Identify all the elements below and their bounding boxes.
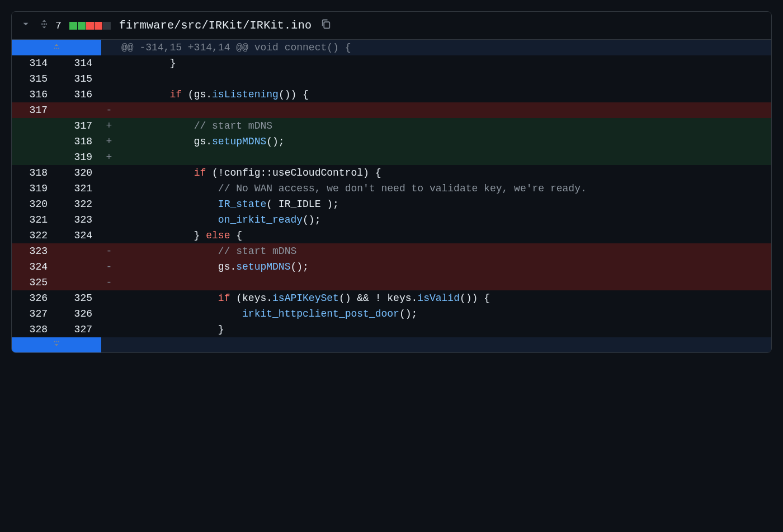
line-number-new[interactable]: 317: [56, 118, 101, 134]
expand-up-button[interactable]: [12, 40, 101, 55]
line-number-old[interactable]: 316: [12, 87, 56, 102]
line-number-new[interactable]: [56, 243, 101, 259]
code-cell: // start mDNS: [117, 118, 771, 134]
diff-marker: -: [101, 275, 117, 290]
code-cell: IR_state( IR_IDLE );: [117, 196, 771, 212]
line-number-new[interactable]: 320: [56, 165, 101, 181]
diff-marker: [101, 196, 117, 212]
svg-point-1: [41, 23, 43, 25]
line-number-old[interactable]: 327: [12, 306, 56, 322]
code-cell: // No WAN access, we don't need to valid…: [117, 181, 771, 196]
svg-point-9: [58, 341, 59, 342]
line-number-old[interactable]: 319: [12, 181, 56, 196]
diff-marker: +: [101, 134, 117, 149]
diff-line: 327326 irkit_httpclient_post_door();: [12, 306, 771, 322]
line-number-new[interactable]: 321: [56, 181, 101, 196]
collapse-toggle[interactable]: [21, 19, 31, 32]
diff-line-count: 7: [55, 20, 62, 31]
file-path[interactable]: firmware/src/IRKit/IRKit.ino: [119, 19, 312, 32]
line-number-old[interactable]: 326: [12, 290, 56, 306]
diff-line: 317+ // start mDNS: [12, 118, 771, 134]
diff-marker: [101, 212, 117, 228]
svg-point-5: [56, 48, 57, 49]
diff-square-del: [86, 22, 94, 30]
line-number-old[interactable]: 322: [12, 228, 56, 243]
line-number-new[interactable]: 315: [56, 71, 101, 87]
diff-marker: [101, 181, 117, 196]
diff-line: 322324 } else {: [12, 228, 771, 243]
diff-line: 324- gs.setupMDNS();: [12, 259, 771, 275]
diff-marker: [101, 71, 117, 87]
diff-marker: -: [101, 259, 117, 275]
diff-table: @@ -314,15 +314,14 @@ void connect() { 3…: [12, 40, 771, 352]
diff-line: 321323 on_irkit_ready();: [12, 212, 771, 228]
diff-marker: [101, 290, 117, 306]
line-number-old[interactable]: 320: [12, 196, 56, 212]
code-cell: [117, 275, 771, 290]
line-number-new[interactable]: 316: [56, 87, 101, 102]
code-cell: [117, 71, 771, 87]
line-number-old[interactable]: 317: [12, 102, 56, 118]
line-number-old[interactable]: 318: [12, 165, 56, 181]
line-number-new[interactable]: 324: [56, 228, 101, 243]
hunk-header-row: @@ -314,15 +314,14 @@ void connect() {: [12, 40, 771, 55]
line-number-new[interactable]: 322: [56, 196, 101, 212]
line-number-new[interactable]: [56, 102, 101, 118]
code-cell: if (!config::useCloudControl) {: [117, 165, 771, 181]
line-number-new[interactable]: [56, 259, 101, 275]
svg-point-8: [56, 341, 57, 342]
diff-stat-squares: [69, 22, 111, 30]
svg-rect-3: [324, 22, 330, 28]
code-cell: }: [117, 322, 771, 337]
line-number-new[interactable]: [56, 275, 101, 290]
diff-line: 316316 if (gs.isListening()) {: [12, 87, 771, 102]
code-cell: if (gs.isListening()) {: [117, 87, 771, 102]
line-number-old[interactable]: 328: [12, 322, 56, 337]
code-cell: // start mDNS: [117, 243, 771, 259]
line-number-old[interactable]: [12, 134, 56, 149]
line-number-old[interactable]: 323: [12, 243, 56, 259]
code-cell: [117, 102, 771, 118]
line-number-old[interactable]: 321: [12, 212, 56, 228]
line-number-old[interactable]: 314: [12, 55, 56, 71]
expand-all-icon[interactable]: [39, 18, 50, 32]
code-cell: on_irkit_ready();: [117, 212, 771, 228]
code-cell: }: [117, 55, 771, 71]
file-header: 7 firmware/src/IRKit/IRKit.ino: [12, 12, 771, 40]
line-number-new[interactable]: 326: [56, 306, 101, 322]
diff-marker: [101, 87, 117, 102]
expand-down-button[interactable]: [12, 337, 101, 352]
diff-line: 317-: [12, 102, 771, 118]
diff-line: 315315: [12, 71, 771, 87]
code-cell: irkit_httpclient_post_door();: [117, 306, 771, 322]
diff-line: 319321 // No WAN access, we don't need t…: [12, 181, 771, 196]
line-number-old[interactable]: [12, 149, 56, 165]
diff-line: 326325 if (keys.isAPIKeySet() && ! keys.…: [12, 290, 771, 306]
diff-line: 318+ gs.setupMDNS();: [12, 134, 771, 149]
diff-marker: +: [101, 118, 117, 134]
diff-line: 314314 }: [12, 55, 771, 71]
line-number-new[interactable]: 323: [56, 212, 101, 228]
diff-line: 325-: [12, 275, 771, 290]
diff-line: 319+: [12, 149, 771, 165]
code-cell: [117, 149, 771, 165]
diff-marker: -: [101, 243, 117, 259]
svg-point-0: [44, 23, 45, 25]
diff-marker: [101, 165, 117, 181]
svg-point-4: [54, 48, 55, 49]
line-number-new[interactable]: 327: [56, 322, 101, 337]
line-number-new[interactable]: 314: [56, 55, 101, 71]
line-number-old[interactable]: 324: [12, 259, 56, 275]
line-number-new[interactable]: 325: [56, 290, 101, 306]
line-number-old[interactable]: 315: [12, 71, 56, 87]
line-number-new[interactable]: 318: [56, 134, 101, 149]
diff-marker: +: [101, 149, 117, 165]
code-cell: gs.setupMDNS();: [117, 134, 771, 149]
line-number-old[interactable]: 325: [12, 275, 56, 290]
diff-marker: [101, 306, 117, 322]
expand-down-row: [12, 337, 771, 352]
copy-path-icon[interactable]: [320, 18, 332, 32]
line-number-new[interactable]: 319: [56, 149, 101, 165]
diff-line: 318320 if (!config::useCloudControl) {: [12, 165, 771, 181]
line-number-old[interactable]: [12, 118, 56, 134]
